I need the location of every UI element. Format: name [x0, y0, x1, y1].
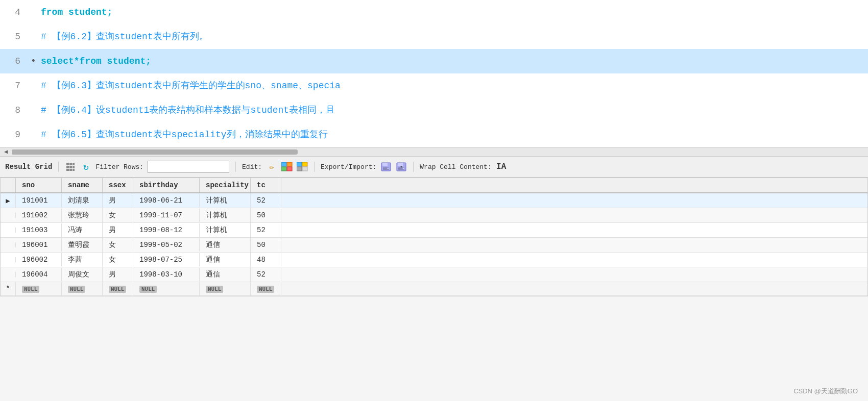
- scroll-thumb[interactable]: [12, 149, 298, 155]
- svg-rect-3: [66, 166, 69, 168]
- cell-speciality: 通信: [200, 238, 251, 252]
- table-row[interactable]: ▶ 191001 刘清泉 男 1998-06-21 计算机 52: [1, 193, 867, 208]
- code-line-5: 5 # 【例6.2】查询student表中所有列。: [0, 24, 868, 49]
- svg-point-20: [388, 168, 389, 169]
- line-number-4: 4: [5, 0, 31, 24]
- line-number-9: 9: [5, 122, 31, 147]
- filter-rows-input[interactable]: [148, 161, 229, 173]
- cell-tc: 52: [251, 268, 281, 281]
- svg-rect-1: [69, 163, 72, 165]
- table-row[interactable]: 196002 李茜 女 1998-07-25 通信 48: [1, 253, 867, 267]
- cell-tc: 48: [251, 253, 281, 266]
- null-row-indicator: *: [1, 282, 16, 295]
- cell-sbirthday: 1998-06-21: [133, 194, 200, 207]
- null-cell-sno: NULL: [16, 282, 62, 295]
- grid-col-speciality[interactable]: speciality: [200, 178, 251, 192]
- cell-sname: 董明霞: [62, 238, 103, 252]
- svg-rect-8: [73, 169, 75, 171]
- cell-sno: 191001: [16, 194, 62, 207]
- toolbar-sep-4: [413, 162, 414, 172]
- svg-rect-4: [69, 166, 72, 168]
- row-indicator: [1, 272, 16, 277]
- svg-rect-10: [287, 162, 292, 166]
- grid-col-sno[interactable]: sno: [16, 178, 62, 192]
- line-content-4: from student;: [41, 0, 868, 24]
- row-indicator: [1, 213, 16, 218]
- horizontal-scrollbar[interactable]: ◀: [0, 147, 868, 156]
- wrap-content-icon[interactable]: IA: [496, 162, 507, 172]
- add-row-icon[interactable]: [281, 162, 293, 172]
- cell-speciality: 通信: [200, 267, 251, 282]
- import-icon[interactable]: [396, 162, 407, 172]
- edit-label: Edit:: [242, 163, 262, 171]
- table-row[interactable]: 196004 周俊文 男 1998-03-10 通信 52: [1, 267, 867, 282]
- grid-col-indicator: [1, 178, 16, 192]
- wrap-cell-label: Wrap Cell Content:: [420, 163, 491, 171]
- cell-tc: 50: [251, 238, 281, 252]
- export-import-label: Export/Import:: [321, 163, 376, 171]
- export-icon[interactable]: [380, 162, 392, 172]
- code-line-9: 9 # 【例6.5】查询student表中speciality列，消除结果中的重…: [0, 122, 868, 147]
- toolbar-sep-1: [58, 162, 59, 172]
- svg-point-24: [403, 168, 404, 169]
- table-row[interactable]: 196001 董明霞 女 1999-05-02 通信 50: [1, 238, 867, 253]
- delete-row-icon[interactable]: [297, 162, 308, 172]
- cell-ssex: 女: [103, 238, 133, 252]
- grid-header: sno sname ssex sbirthday speciality tc: [1, 178, 867, 193]
- row-indicator: [1, 242, 16, 247]
- code-line-7: 7 # 【例6.3】查询student表中所有学生的学生的sno、sname、s…: [0, 73, 868, 98]
- cell-sbirthday: 1999-08-12: [133, 223, 200, 237]
- cell-speciality: 计算机: [200, 193, 251, 208]
- null-row: * NULL NULL NULL NULL NULL NULL: [1, 282, 867, 296]
- cell-ssex: 男: [103, 193, 133, 208]
- null-cell-speciality: NULL: [200, 282, 251, 295]
- line-content-7: # 【例6.3】查询student表中所有学生的学生的sno、sname、spe…: [41, 73, 868, 98]
- row-indicator: [1, 257, 16, 262]
- cell-sname: 张慧玲: [62, 208, 103, 222]
- cell-sname: 冯涛: [62, 223, 103, 237]
- result-grid: sno sname ssex sbirthday speciality tc ▶…: [0, 178, 868, 296]
- grid-col-ssex[interactable]: ssex: [103, 178, 133, 192]
- cell-sbirthday: 1999-11-07: [133, 209, 200, 222]
- cell-speciality: 计算机: [200, 208, 251, 222]
- cell-ssex: 男: [103, 267, 133, 282]
- grid-layout-icon[interactable]: [65, 162, 76, 172]
- cell-sname: 李茜: [62, 253, 103, 267]
- line-dot-6: •: [31, 49, 41, 73]
- code-line-6: 6 • select*from student;: [0, 49, 868, 73]
- edit-pencil-icon[interactable]: ✏: [266, 162, 277, 172]
- cell-ssex: 男: [103, 223, 133, 237]
- svg-rect-5: [73, 166, 75, 168]
- grid-col-sname[interactable]: sname: [62, 178, 103, 192]
- cell-tc: 52: [251, 194, 281, 207]
- svg-rect-12: [287, 167, 292, 171]
- refresh-icon[interactable]: ↻: [80, 162, 91, 172]
- svg-rect-22: [398, 163, 403, 166]
- toolbar-sep-2: [235, 162, 236, 172]
- cell-ssex: 女: [103, 253, 133, 267]
- cell-sno: 191002: [16, 209, 62, 222]
- row-indicator: ▶: [1, 194, 16, 208]
- cell-tc: 52: [251, 223, 281, 237]
- table-row[interactable]: 191003 冯涛 男 1999-08-12 计算机 52: [1, 223, 867, 238]
- svg-rect-14: [302, 162, 307, 166]
- line-content-5: # 【例6.2】查询student表中所有列。: [41, 24, 868, 49]
- line-number-6: 6: [5, 49, 31, 73]
- cell-tc: 50: [251, 209, 281, 222]
- cell-sbirthday: 1998-03-10: [133, 268, 200, 281]
- cell-sno: 196001: [16, 238, 62, 252]
- line-content-6: select*from student;: [41, 49, 868, 73]
- line-number-7: 7: [5, 73, 31, 98]
- table-row[interactable]: 191002 张慧玲 女 1999-11-07 计算机 50: [1, 208, 867, 223]
- cell-sno: 196004: [16, 268, 62, 281]
- svg-rect-0: [66, 163, 69, 165]
- grid-col-sbirthday[interactable]: sbirthday: [133, 178, 200, 192]
- svg-rect-2: [73, 163, 75, 165]
- scroll-left-arrow[interactable]: ◀: [3, 148, 9, 156]
- result-grid-toolbar: Result Grid ↻ Filter Rows: Edit: ✏: [0, 156, 868, 178]
- svg-rect-13: [297, 162, 302, 166]
- toolbar-sep-3: [314, 162, 315, 172]
- null-cell-sbirthday: NULL: [133, 282, 200, 295]
- cell-sname: 刘清泉: [62, 193, 103, 208]
- grid-col-tc[interactable]: tc: [251, 178, 281, 192]
